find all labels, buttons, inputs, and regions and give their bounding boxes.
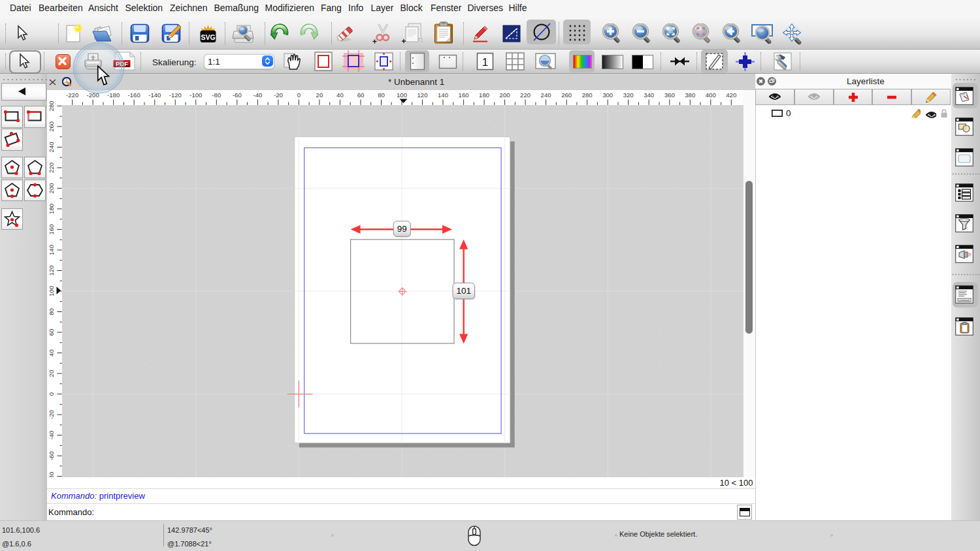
svg-text:-20: -20 (274, 91, 283, 99)
svg-text:340: 340 (644, 91, 654, 99)
svg-text:80: 80 (48, 308, 55, 315)
svg-text:-140: -140 (148, 91, 161, 99)
svg-text:-60: -60 (233, 91, 242, 99)
svg-text:160: 160 (459, 91, 469, 99)
svg-text:200: 200 (48, 183, 55, 193)
svg-text:command: command (959, 299, 970, 302)
svg-text:-100: -100 (189, 91, 202, 99)
svg-text:-120: -120 (169, 91, 182, 99)
svg-text:1: 1 (482, 56, 488, 69)
svg-text:260: 260 (48, 121, 55, 132)
svg-text:-40: -40 (253, 91, 262, 99)
svg-text:-80: -80 (48, 472, 55, 477)
svg-text:0: 0 (297, 91, 301, 99)
svg-text:120: 120 (48, 265, 55, 276)
svg-text:-60: -60 (48, 451, 55, 460)
svg-text:80: 80 (378, 91, 385, 99)
svg-text:380: 380 (685, 91, 695, 99)
svg-text:-160: -160 (128, 91, 140, 99)
svg-text:260: 260 (561, 91, 572, 99)
svg-text:280: 280 (582, 91, 593, 99)
svg-text:100: 100 (397, 91, 407, 99)
svg-text:-80: -80 (212, 91, 221, 99)
svg-text:240: 240 (541, 91, 551, 99)
svg-text:20: 20 (48, 370, 55, 377)
svg-text:360: 360 (664, 91, 675, 99)
svg-text:60: 60 (48, 329, 55, 336)
svg-text:-20: -20 (48, 410, 55, 419)
svg-text:20: 20 (316, 91, 323, 99)
svg-text:180: 180 (479, 91, 489, 99)
svg-text:300: 300 (602, 91, 613, 99)
svg-text:140: 140 (438, 91, 448, 99)
svg-text:400: 400 (706, 91, 716, 99)
svg-text:-40: -40 (48, 431, 55, 440)
svg-text:240: 240 (48, 142, 55, 152)
svg-text:140: 140 (48, 245, 55, 255)
svg-text:280: 280 (48, 101, 55, 111)
svg-text:420: 420 (726, 91, 736, 99)
svg-text:100: 100 (48, 286, 55, 296)
svg-text:60: 60 (357, 91, 365, 99)
svg-text:320: 320 (623, 91, 634, 99)
svg-text:99: 99 (397, 224, 407, 234)
svg-text:220: 220 (520, 91, 531, 99)
svg-text:101: 101 (456, 286, 471, 296)
svg-text:40: 40 (336, 91, 344, 99)
svg-text:120: 120 (417, 91, 427, 99)
svg-text:SVG: SVG (201, 33, 215, 41)
svg-text:40: 40 (48, 349, 55, 356)
svg-text:0: 0 (48, 392, 55, 396)
svg-text:200: 200 (500, 91, 510, 99)
svg-text:160: 160 (48, 224, 55, 234)
svg-text:180: 180 (48, 204, 55, 214)
svg-text:220: 220 (48, 163, 55, 173)
